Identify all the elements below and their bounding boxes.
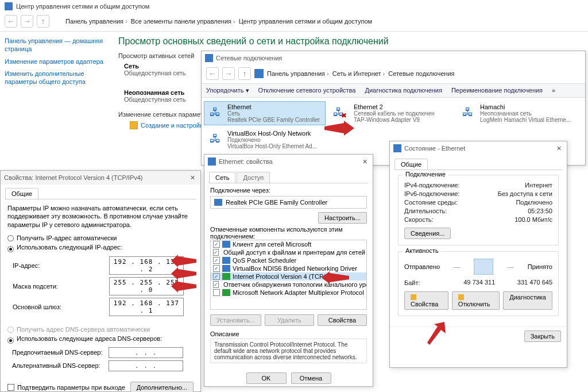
up-button[interactable]: ↑ xyxy=(238,67,251,80)
title-text: Ethernet: свойства xyxy=(219,158,273,165)
sidebar-link-home[interactable]: Панель управления — домашняя страница xyxy=(5,37,107,53)
titlebar: Состояние - Ethernet ✕ xyxy=(390,141,567,155)
adapter-virtualbox[interactable]: 🖧 VirtualBox Host-Only Network Подключен… xyxy=(204,128,326,152)
label-marked-components: Отмеченные компоненты используются этим … xyxy=(210,226,367,240)
remove-button[interactable]: Удалить xyxy=(265,314,314,326)
forward-button[interactable]: → xyxy=(222,67,235,80)
gateway-input[interactable]: 192 . 168 . 137 . 1 xyxy=(109,298,184,316)
back-button[interactable]: ← xyxy=(5,15,17,28)
dns1-input[interactable]: . . . xyxy=(109,347,183,358)
tab-general[interactable]: Общие xyxy=(5,188,38,199)
radio-use-ip[interactable]: Использовать следующий IP-адрес: xyxy=(7,244,194,252)
page-heading: Просмотр основных сведений о сети и наст… xyxy=(118,36,582,47)
toolbar-overflow[interactable]: » xyxy=(552,87,555,94)
organize-menu[interactable]: Упорядочить ▾ xyxy=(206,87,249,94)
properties-button[interactable]: Свойства xyxy=(404,291,448,310)
advanced-button[interactable]: Дополнительно... xyxy=(130,382,194,392)
breadcrumb[interactable]: Панель управления› Сеть и Интернет› Сете… xyxy=(267,70,455,77)
sidebar-link-adapter-settings[interactable]: Изменение параметров адаптера xyxy=(5,58,107,66)
folder-icon xyxy=(254,69,264,78)
back-button[interactable]: ← xyxy=(206,67,219,80)
subnet-mask-input[interactable]: 255 . 255 . 255 . 0 xyxy=(109,277,184,295)
radio-use-dns[interactable]: Использовать следующие адреса DNS-сервер… xyxy=(7,335,194,344)
ip-address-input[interactable]: 192 . 168 . 137 . 2 xyxy=(109,256,184,275)
close-button[interactable]: ✕ xyxy=(360,158,369,166)
title-text: Центр управления сетями и общим доступом xyxy=(16,3,149,10)
close-button[interactable]: ✕ xyxy=(188,174,197,182)
toolbar: Упорядочить ▾ Отключение сетевого устрой… xyxy=(202,84,585,98)
shield-icon xyxy=(411,294,416,300)
disable-device-button[interactable]: Отключение сетевого устройства xyxy=(258,87,356,94)
adapter-icon: 🖧 xyxy=(207,103,224,121)
close-button[interactable]: Закрыть xyxy=(524,330,561,342)
adapter-icon: 🖧✖ xyxy=(333,103,350,121)
adapter-icon xyxy=(393,144,401,152)
activity-icon xyxy=(474,259,493,275)
activity-group: Активность Отправлено — — Принято Байт: … xyxy=(398,251,559,316)
forward-button[interactable]: → xyxy=(21,15,33,28)
intro-text: Параметры IP можно назначать автоматичес… xyxy=(7,204,194,229)
tab-network[interactable]: Сеть xyxy=(209,172,235,183)
up-button[interactable]: ↑ xyxy=(37,15,49,28)
tab-general[interactable]: Общие xyxy=(394,159,428,170)
titlebar: Свойства: Internet Protocol Version 4 (T… xyxy=(1,171,200,185)
adapter-ethernet2[interactable]: 🖧✖ Ethernet 2 Сетевой кабель не подключе… xyxy=(330,101,452,125)
title-text: Состояние - Ethernet xyxy=(404,145,465,152)
adapter-icon: 🖧 xyxy=(459,103,477,121)
radio-obtain-ip-auto[interactable]: Получить IP-адрес автоматически xyxy=(7,235,194,241)
install-button[interactable]: Установить... xyxy=(210,314,261,326)
adapter-icon xyxy=(208,157,216,166)
adapter-ethernet[interactable]: 🖧 Ethernet Сеть Realtek PCIe GBE Family … xyxy=(204,101,326,125)
dns2-input[interactable]: . . . xyxy=(109,360,183,371)
tabs: Общие xyxy=(394,159,562,170)
network-icon xyxy=(205,54,213,62)
tabs: Общие xyxy=(5,188,196,199)
shield-icon xyxy=(458,294,464,300)
diagnose-button[interactable]: Диагностика подключения xyxy=(365,87,442,94)
component-properties-button[interactable]: Свойства xyxy=(318,314,367,326)
sidebar-link-advanced-sharing[interactable]: Изменить дополнительные параметры общего… xyxy=(5,70,107,86)
details-button[interactable]: Сведения... xyxy=(404,228,451,239)
configure-button[interactable]: Настроить... xyxy=(318,212,367,224)
ethernet-properties-window: Ethernet: свойства ✕ Сеть Доступ Подключ… xyxy=(204,154,373,387)
radio-obtain-dns-auto: Получить адрес DNS-сервера автоматически xyxy=(7,326,194,333)
title-text: Свойства: Internet Protocol Version 4 (T… xyxy=(4,174,143,181)
ok-button[interactable]: OK xyxy=(246,372,287,384)
tab-access[interactable]: Доступ xyxy=(237,172,270,183)
adapter-hamachi[interactable]: 🖧 Hamachi Неопознанная сеть LogMeIn Hama… xyxy=(457,101,578,125)
title-text: Сетевые подключения xyxy=(216,55,282,62)
tabs: Сеть Доступ xyxy=(209,172,368,183)
cancel-button[interactable]: Отмена xyxy=(291,372,331,384)
label-description: Описание xyxy=(210,330,367,337)
ethernet-status-window: Состояние - Ethernet ✕ Общие Подключение… xyxy=(389,141,567,368)
rename-button[interactable]: Переименование подключения xyxy=(451,87,543,94)
component-list[interactable]: ✓Клиент для сетей Microsoft ✓Общий досту… xyxy=(210,240,367,310)
control-panel-icon xyxy=(5,2,13,10)
adapter-name-box: Realtek PCIe GBE Family Controller xyxy=(210,196,367,209)
connection-group: Подключение IPv4-подключение:Интернет IP… xyxy=(398,175,559,245)
window-title: Центр управления сетями и общим доступом xyxy=(0,0,588,13)
adapter-icon: 🖧 xyxy=(207,130,224,147)
label-connect-via: Подключение через: xyxy=(210,187,367,194)
address-bar: ← → ↑ Панель управления› Все элементы па… xyxy=(0,13,588,32)
breadcrumb[interactable]: Панель управления› Все элементы панели у… xyxy=(65,18,372,25)
disable-button[interactable]: Отключить xyxy=(452,291,500,310)
close-button[interactable]: ✕ xyxy=(554,145,563,152)
adapter-icon xyxy=(214,199,222,206)
description-text: Transmission Control Protocol/Internet P… xyxy=(210,339,367,363)
ipv4-properties-window: Свойства: Internet Protocol Version 4 (T… xyxy=(0,170,201,392)
sidebar: Панель управления — домашняя страница Из… xyxy=(0,32,112,97)
diagnose-button[interactable]: Диагностика xyxy=(503,291,552,310)
component-ipv4[interactable]: ✓Internet Protocol Version 4 (TCP/IPv4) xyxy=(211,272,366,280)
shield-icon xyxy=(130,121,138,129)
titlebar: Ethernet: свойства ✕ xyxy=(204,155,373,168)
address-bar: ← → ↑ Панель управления› Сеть и Интернет… xyxy=(202,65,585,84)
folder-icon xyxy=(53,17,62,26)
titlebar: Сетевые подключения xyxy=(202,51,585,65)
confirm-on-exit-checkbox[interactable]: Подтвердить параметры при выходе xyxy=(7,384,125,391)
